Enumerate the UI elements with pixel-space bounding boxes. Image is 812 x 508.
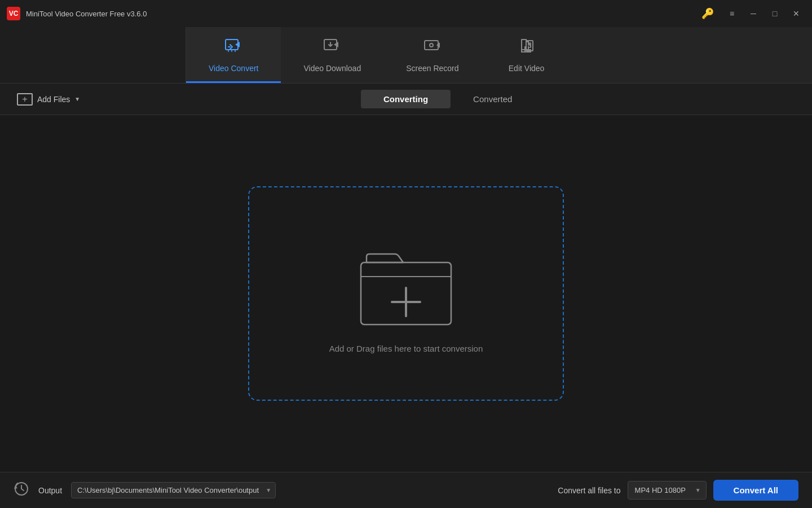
- convert-all-section: Convert all files to MP4 HD 1080P MP4 HD…: [558, 480, 798, 501]
- add-files-dropdown-arrow: ▼: [74, 96, 80, 102]
- add-files-button[interactable]: Add Files ▼: [11, 90, 86, 109]
- add-files-label: Add Files: [37, 95, 70, 104]
- title-bar: VC MiniTool Video Converter Free v3.6.0 …: [0, 0, 812, 27]
- nav-tabs: Video Convert Video Download: [186, 27, 812, 83]
- tab-edit-video[interactable]: Edit Video: [482, 27, 572, 83]
- main-content: Add or Drag files here to start conversi…: [0, 115, 812, 472]
- tab-screen-record-label: Screen Record: [406, 64, 458, 73]
- maximize-button[interactable]: □: [766, 6, 784, 21]
- svg-rect-4: [425, 41, 438, 50]
- format-select[interactable]: MP4 HD 1080P MP4 HD 720P MP4 4K AVI MKV: [628, 481, 707, 500]
- tab-edit-video-label: Edit Video: [509, 64, 545, 73]
- nav-bar: Video Convert Video Download: [0, 27, 812, 84]
- convert-all-button[interactable]: Convert All: [713, 480, 798, 501]
- minimize-button[interactable]: ─: [744, 6, 762, 21]
- tab-screen-record[interactable]: Screen Record: [383, 27, 481, 83]
- menu-button[interactable]: ≡: [723, 6, 741, 21]
- convert-tabs: Converting Converted: [361, 90, 535, 108]
- format-select-wrapper: MP4 HD 1080P MP4 HD 720P MP4 4K AVI MKV …: [628, 481, 707, 500]
- folder-icon: [350, 234, 462, 330]
- output-label: Output: [38, 486, 62, 495]
- output-path-wrapper: C:\Users\bj\Documents\MiniTool Video Con…: [71, 482, 276, 498]
- output-path-select[interactable]: C:\Users\bj\Documents\MiniTool Video Con…: [71, 482, 276, 498]
- bottom-bar: Output C:\Users\bj\Documents\MiniTool Vi…: [0, 472, 812, 508]
- drop-zone-text: Add or Drag files here to start conversi…: [329, 344, 483, 353]
- key-icon[interactable]: 🔑: [701, 7, 714, 20]
- app-title: MiniTool Video Converter Free v3.6.0: [26, 10, 701, 18]
- close-button[interactable]: ✕: [787, 6, 805, 21]
- convert-all-files-label: Convert all files to: [558, 486, 620, 495]
- add-files-icon: [17, 93, 33, 106]
- tab-converting[interactable]: Converting: [361, 90, 451, 108]
- drop-zone[interactable]: Add or Drag files here to start conversi…: [248, 186, 564, 401]
- video-download-icon: [323, 36, 342, 59]
- tab-video-download[interactable]: Video Download: [281, 27, 383, 83]
- tab-video-convert[interactable]: Video Convert: [186, 27, 281, 83]
- screen-record-icon: [423, 36, 442, 59]
- video-convert-icon: [224, 36, 243, 59]
- output-clock-icon: [14, 481, 29, 500]
- tab-converted[interactable]: Converted: [451, 90, 535, 108]
- toolbar: Add Files ▼ Converting Converted: [0, 84, 812, 115]
- tab-video-download-label: Video Download: [303, 64, 361, 73]
- tab-video-convert-label: Video Convert: [209, 64, 258, 73]
- app-logo: VC: [7, 7, 20, 20]
- window-controls: 🔑 ≡ ─ □ ✕: [701, 6, 805, 21]
- edit-video-icon: [517, 36, 536, 59]
- nav-sidebar: [0, 27, 186, 83]
- svg-point-6: [430, 43, 433, 47]
